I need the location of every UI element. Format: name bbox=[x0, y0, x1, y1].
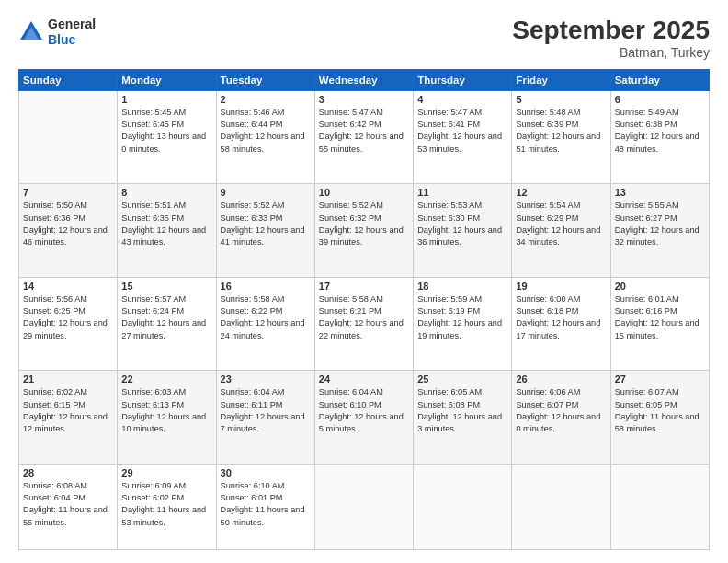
calendar-row-3: 21 Sunrise: 6:02 AMSunset: 6:15 PMDaylig… bbox=[19, 371, 710, 465]
day-info: Sunrise: 5:46 AMSunset: 6:44 PMDaylight:… bbox=[221, 107, 311, 155]
day-info: Sunrise: 5:49 AMSunset: 6:38 PMDaylight:… bbox=[615, 107, 705, 155]
calendar-cell: 8 Sunrise: 5:51 AMSunset: 6:35 PMDayligh… bbox=[118, 184, 216, 278]
calendar-cell: 9 Sunrise: 5:52 AMSunset: 6:33 PMDayligh… bbox=[216, 184, 314, 278]
calendar-cell: 16 Sunrise: 5:58 AMSunset: 6:22 PMDaylig… bbox=[216, 277, 314, 371]
header: General Blue September 2025 Batman, Turk… bbox=[18, 17, 710, 60]
day-info: Sunrise: 5:54 AMSunset: 6:29 PMDaylight:… bbox=[516, 200, 606, 248]
calendar-row-1: 7 Sunrise: 5:50 AMSunset: 6:36 PMDayligh… bbox=[19, 184, 710, 278]
day-number: 17 bbox=[319, 281, 409, 292]
day-info: Sunrise: 5:48 AMSunset: 6:39 PMDaylight:… bbox=[516, 107, 606, 155]
logo-text: General Blue bbox=[48, 17, 96, 48]
day-info: Sunrise: 5:50 AMSunset: 6:36 PMDaylight:… bbox=[23, 200, 113, 248]
day-number: 16 bbox=[221, 281, 311, 292]
col-wednesday: Wednesday bbox=[314, 69, 413, 90]
calendar-cell: 17 Sunrise: 5:58 AMSunset: 6:21 PMDaylig… bbox=[314, 277, 413, 371]
col-friday: Friday bbox=[512, 69, 610, 90]
day-number: 11 bbox=[417, 187, 507, 198]
day-info: Sunrise: 5:47 AMSunset: 6:41 PMDaylight:… bbox=[417, 107, 507, 155]
day-info: Sunrise: 5:52 AMSunset: 6:33 PMDaylight:… bbox=[221, 200, 311, 248]
day-info: Sunrise: 6:04 AMSunset: 6:11 PMDaylight:… bbox=[221, 386, 311, 435]
month-title: September 2025 bbox=[512, 17, 710, 45]
day-number: 1 bbox=[121, 94, 211, 105]
day-info: Sunrise: 5:58 AMSunset: 6:21 PMDaylight:… bbox=[319, 293, 409, 342]
day-number: 10 bbox=[319, 187, 409, 198]
calendar-row-4: 28 Sunrise: 6:08 AMSunset: 6:04 PMDaylig… bbox=[19, 464, 710, 549]
day-number: 14 bbox=[23, 281, 113, 292]
calendar-cell: 1 Sunrise: 5:45 AMSunset: 6:45 PMDayligh… bbox=[118, 90, 216, 184]
day-number: 6 bbox=[615, 94, 705, 105]
calendar-cell: 15 Sunrise: 5:57 AMSunset: 6:24 PMDaylig… bbox=[118, 277, 216, 371]
day-info: Sunrise: 5:51 AMSunset: 6:35 PMDaylight:… bbox=[121, 200, 211, 248]
calendar-cell bbox=[512, 464, 610, 549]
day-info: Sunrise: 5:47 AMSunset: 6:42 PMDaylight:… bbox=[319, 107, 409, 155]
calendar-cell bbox=[314, 464, 413, 549]
day-number: 25 bbox=[417, 373, 507, 385]
day-number: 3 bbox=[319, 94, 409, 105]
col-saturday: Saturday bbox=[610, 69, 709, 90]
calendar-cell: 10 Sunrise: 5:52 AMSunset: 6:32 PMDaylig… bbox=[314, 184, 413, 278]
day-number: 21 bbox=[23, 373, 113, 385]
calendar-cell: 27 Sunrise: 6:07 AMSunset: 6:05 PMDaylig… bbox=[610, 371, 709, 465]
logo: General Blue bbox=[18, 17, 96, 48]
day-info: Sunrise: 5:56 AMSunset: 6:25 PMDaylight:… bbox=[23, 293, 113, 342]
day-info: Sunrise: 6:09 AMSunset: 6:02 PMDaylight:… bbox=[121, 480, 211, 529]
calendar-cell: 26 Sunrise: 6:06 AMSunset: 6:07 PMDaylig… bbox=[512, 371, 610, 465]
day-info: Sunrise: 6:06 AMSunset: 6:07 PMDaylight:… bbox=[516, 386, 606, 435]
day-number: 4 bbox=[417, 94, 507, 105]
calendar-cell bbox=[414, 464, 512, 549]
calendar-cell: 11 Sunrise: 5:53 AMSunset: 6:30 PMDaylig… bbox=[414, 184, 512, 278]
header-row: Sunday Monday Tuesday Wednesday Thursday… bbox=[19, 69, 710, 90]
calendar-cell bbox=[610, 464, 709, 549]
title-block: September 2025 Batman, Turkey bbox=[512, 17, 710, 60]
calendar-cell: 25 Sunrise: 6:05 AMSunset: 6:08 PMDaylig… bbox=[414, 371, 512, 465]
day-info: Sunrise: 5:59 AMSunset: 6:19 PMDaylight:… bbox=[417, 293, 507, 342]
day-number: 24 bbox=[319, 373, 409, 385]
location: Batman, Turkey bbox=[512, 45, 710, 60]
day-info: Sunrise: 5:45 AMSunset: 6:45 PMDaylight:… bbox=[121, 107, 211, 155]
day-number: 28 bbox=[23, 467, 113, 478]
day-info: Sunrise: 6:01 AMSunset: 6:16 PMDaylight:… bbox=[615, 293, 705, 342]
calendar-cell: 29 Sunrise: 6:09 AMSunset: 6:02 PMDaylig… bbox=[118, 464, 216, 549]
calendar-cell: 30 Sunrise: 6:10 AMSunset: 6:01 PMDaylig… bbox=[216, 464, 314, 549]
day-number: 27 bbox=[615, 373, 705, 385]
day-number: 8 bbox=[121, 187, 211, 198]
calendar-cell bbox=[19, 90, 118, 184]
day-number: 18 bbox=[417, 281, 507, 292]
col-thursday: Thursday bbox=[414, 69, 512, 90]
calendar-cell: 21 Sunrise: 6:02 AMSunset: 6:15 PMDaylig… bbox=[19, 371, 118, 465]
day-number: 13 bbox=[615, 187, 705, 198]
day-info: Sunrise: 5:52 AMSunset: 6:32 PMDaylight:… bbox=[319, 200, 409, 248]
calendar-cell: 4 Sunrise: 5:47 AMSunset: 6:41 PMDayligh… bbox=[414, 90, 512, 184]
day-number: 29 bbox=[121, 467, 211, 478]
day-info: Sunrise: 6:08 AMSunset: 6:04 PMDaylight:… bbox=[23, 480, 113, 529]
calendar-cell: 18 Sunrise: 5:59 AMSunset: 6:19 PMDaylig… bbox=[414, 277, 512, 371]
calendar-cell: 2 Sunrise: 5:46 AMSunset: 6:44 PMDayligh… bbox=[216, 90, 314, 184]
day-number: 19 bbox=[516, 281, 606, 292]
day-number: 22 bbox=[121, 373, 211, 385]
calendar-cell: 12 Sunrise: 5:54 AMSunset: 6:29 PMDaylig… bbox=[512, 184, 610, 278]
day-info: Sunrise: 6:00 AMSunset: 6:18 PMDaylight:… bbox=[516, 293, 606, 342]
day-number: 15 bbox=[121, 281, 211, 292]
calendar-cell: 14 Sunrise: 5:56 AMSunset: 6:25 PMDaylig… bbox=[19, 277, 118, 371]
col-sunday: Sunday bbox=[19, 69, 118, 90]
day-info: Sunrise: 5:53 AMSunset: 6:30 PMDaylight:… bbox=[417, 200, 507, 248]
calendar-row-0: 1 Sunrise: 5:45 AMSunset: 6:45 PMDayligh… bbox=[19, 90, 710, 184]
col-monday: Monday bbox=[118, 69, 216, 90]
day-info: Sunrise: 5:55 AMSunset: 6:27 PMDaylight:… bbox=[615, 200, 705, 248]
day-number: 12 bbox=[516, 187, 606, 198]
day-number: 20 bbox=[615, 281, 705, 292]
logo-blue: Blue bbox=[48, 32, 96, 48]
calendar-table: Sunday Monday Tuesday Wednesday Thursday… bbox=[18, 69, 710, 550]
calendar-row-2: 14 Sunrise: 5:56 AMSunset: 6:25 PMDaylig… bbox=[19, 277, 710, 371]
calendar-cell: 5 Sunrise: 5:48 AMSunset: 6:39 PMDayligh… bbox=[512, 90, 610, 184]
logo-general: General bbox=[48, 17, 96, 32]
day-info: Sunrise: 6:05 AMSunset: 6:08 PMDaylight:… bbox=[417, 386, 507, 435]
day-info: Sunrise: 6:10 AMSunset: 6:01 PMDaylight:… bbox=[221, 480, 311, 529]
day-number: 2 bbox=[221, 94, 311, 105]
calendar-cell: 13 Sunrise: 5:55 AMSunset: 6:27 PMDaylig… bbox=[610, 184, 709, 278]
calendar-cell: 19 Sunrise: 6:00 AMSunset: 6:18 PMDaylig… bbox=[512, 277, 610, 371]
day-number: 9 bbox=[221, 187, 311, 198]
day-number: 7 bbox=[23, 187, 113, 198]
calendar-cell: 6 Sunrise: 5:49 AMSunset: 6:38 PMDayligh… bbox=[610, 90, 709, 184]
day-number: 30 bbox=[221, 467, 311, 478]
